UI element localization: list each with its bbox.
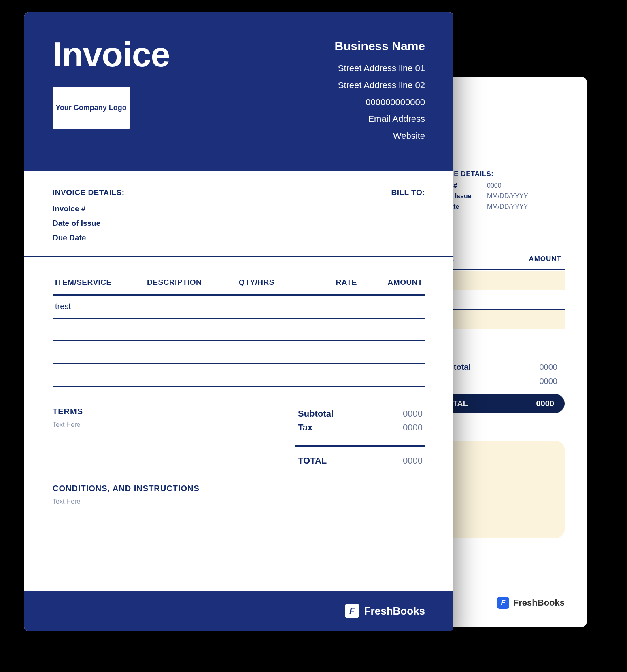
back-brand-text: FreshBooks xyxy=(513,598,565,608)
cell-qty xyxy=(239,370,304,379)
cell-item: trest xyxy=(55,302,147,311)
back-tax-value: 0000 xyxy=(540,377,558,386)
col-qty: QTY/HRS xyxy=(239,278,304,287)
due-date-label: Due Date xyxy=(53,231,125,245)
col-amount: AMOUNT xyxy=(357,278,423,287)
business-info: Business Name Street Address line 01 Str… xyxy=(335,34,425,144)
back-brand: F FreshBooks xyxy=(497,597,565,609)
business-addr2: Street Address line 02 xyxy=(335,77,425,94)
back-detail-value: 0000 xyxy=(487,182,502,189)
freshbooks-logo-icon: F xyxy=(497,597,509,609)
bill-to-col: BILL TO: xyxy=(391,185,425,245)
company-logo-placeholder: Your Company Logo xyxy=(53,87,130,129)
col-description: DESCRIPTION xyxy=(147,278,239,287)
cell-qty xyxy=(239,324,304,334)
table-header: ITEM/SERVICE DESCRIPTION QTY/HRS RATE AM… xyxy=(53,273,425,296)
invoice-details-col: INVOICE DETAILS: Invoice # Date of Issue… xyxy=(53,185,125,245)
cell-item xyxy=(55,324,147,334)
cell-amount xyxy=(357,324,423,334)
back-total-value: 0000 xyxy=(536,399,555,408)
col-item: ITEM/SERVICE xyxy=(55,278,147,287)
cell-amount xyxy=(357,370,423,379)
cell-item xyxy=(55,370,147,379)
invoice-details-heading: INVOICE DETAILS: xyxy=(53,185,125,200)
bill-to-heading: BILL TO: xyxy=(391,185,425,200)
cell-desc xyxy=(147,370,239,379)
subtotal-value: 0000 xyxy=(403,409,423,419)
col-rate: RATE xyxy=(304,278,357,287)
back-detail-value: MM/DD/YYYY xyxy=(487,193,528,200)
cell-desc xyxy=(147,324,239,334)
cell-amount xyxy=(357,347,423,356)
cell-rate xyxy=(304,370,357,379)
back-subtotal-value: 0000 xyxy=(540,362,558,372)
front-header: Invoice Your Company Logo Business Name … xyxy=(24,12,453,171)
front-invoice-page: Invoice Your Company Logo Business Name … xyxy=(24,12,453,631)
tax-label: Tax xyxy=(298,422,312,433)
tax-row: Tax 0000 xyxy=(295,421,425,435)
cell-amount xyxy=(357,302,423,311)
cell-item xyxy=(55,347,147,356)
invoice-number-label: Invoice # xyxy=(53,201,125,216)
table-row xyxy=(53,319,425,341)
table-row xyxy=(53,341,425,364)
business-addr1: Street Address line 01 xyxy=(335,60,425,77)
front-meta: INVOICE DETAILS: Invoice # Date of Issue… xyxy=(24,171,453,257)
conditions-heading: CONDITIONS, AND INSTRUCTIONS xyxy=(53,484,425,493)
front-footer: F FreshBooks xyxy=(24,591,453,631)
cell-rate xyxy=(304,324,357,334)
terms-block: TERMS Text Here xyxy=(53,407,271,468)
business-name: Business Name xyxy=(335,34,425,57)
cell-desc xyxy=(147,347,239,356)
table-row xyxy=(53,364,425,387)
totals-block: Subtotal 0000 Tax 0000 TOTAL 0000 xyxy=(295,407,425,468)
front-brand: F FreshBooks xyxy=(345,604,425,618)
conditions-block: CONDITIONS, AND INSTRUCTIONS Text Here xyxy=(24,472,453,509)
cell-rate xyxy=(304,347,357,356)
total-row: TOTAL 0000 xyxy=(295,454,425,468)
cell-rate xyxy=(304,302,357,311)
table-row: trest xyxy=(53,296,425,319)
subtotal-label: Subtotal xyxy=(298,409,334,419)
total-label: TOTAL xyxy=(298,456,327,466)
total-value: 0000 xyxy=(403,456,423,466)
back-detail-value: MM/DD/YYYY xyxy=(487,203,528,210)
terms-text: Text Here xyxy=(53,421,271,428)
front-lower: TERMS Text Here Subtotal 0000 Tax 0000 T… xyxy=(24,391,453,472)
date-of-issue-label: Date of Issue xyxy=(53,216,125,231)
business-email: Email Address xyxy=(335,110,425,127)
cell-desc xyxy=(147,302,239,311)
subtotal-row: Subtotal 0000 xyxy=(295,407,425,421)
back-col-amount: AMOUNT xyxy=(529,255,561,263)
business-phone: 000000000000 xyxy=(335,94,425,111)
conditions-text: Text Here xyxy=(53,498,425,505)
front-brand-text: FreshBooks xyxy=(364,605,425,617)
tax-value: 0000 xyxy=(403,422,423,433)
line-items-table: ITEM/SERVICE DESCRIPTION QTY/HRS RATE AM… xyxy=(24,257,453,391)
cell-qty xyxy=(239,302,304,311)
cell-qty xyxy=(239,347,304,356)
totals-divider xyxy=(295,445,425,447)
freshbooks-logo-icon: F xyxy=(345,604,359,618)
business-website: Website xyxy=(335,127,425,144)
terms-heading: TERMS xyxy=(53,407,271,416)
invoice-title: Invoice xyxy=(53,34,170,74)
